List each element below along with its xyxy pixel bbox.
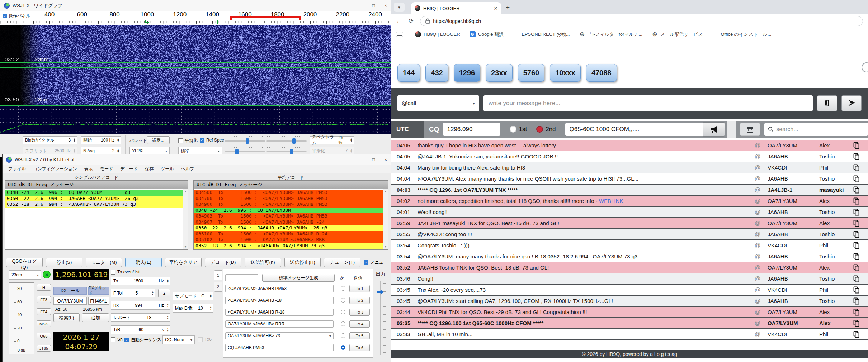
copy-icon[interactable]	[853, 309, 868, 316]
band-button-10xxx[interactable]: 10xxx	[550, 64, 581, 82]
cq-frequency-input[interactable]	[443, 123, 500, 136]
submode-spinner[interactable]: サブモードC ▲▼	[173, 292, 213, 300]
sh-checkbox[interactable]: Sh	[111, 337, 123, 342]
decode-line[interactable]: 034903 Tx 1500 : <OA7/LY3UM> JA6AHB PM53	[194, 213, 383, 219]
band-button-47088[interactable]: 47088	[586, 64, 617, 82]
minimize-icon[interactable]: —	[358, 3, 363, 8]
tx-message-field[interactable]: OA7/LY3UM <JA6AHB> RRR	[225, 320, 334, 328]
tab-close-icon[interactable]: ✕	[494, 5, 498, 11]
cq-message-input[interactable]	[565, 123, 703, 136]
decode-line[interactable]: 035100 Tx 1500 : <OA7/LY3UM> JA6AHB R-24	[194, 231, 383, 237]
dx-call-field[interactable]: OA7/LY3UM	[53, 297, 87, 305]
spin-arrows-icon[interactable]: ▲▼	[151, 291, 154, 295]
tab-2[interactable]: 2	[214, 282, 222, 292]
second-period-radio[interactable]: 2nd	[536, 126, 556, 133]
tx-next-radio[interactable]	[341, 310, 345, 314]
action-button[interactable]: 消去(E)	[125, 258, 162, 267]
maximize-icon[interactable]: □	[372, 157, 375, 162]
copy-icon[interactable]	[853, 297, 868, 305]
tx-next-radio[interactable]	[341, 321, 345, 326]
main-titlebar[interactable]: WSJT-X v2.7.0 by K1JT et al. — □ ×	[3, 154, 391, 165]
copy-icon[interactable]	[853, 186, 868, 194]
copy-icon[interactable]	[853, 286, 868, 294]
decode-line[interactable]: 034900 Tx 1500 : <OA7/LY3UM> JA6AHB PM53	[194, 201, 383, 208]
band-button-23xx[interactable]: 23xx	[486, 64, 513, 82]
tab-1[interactable]: 1	[214, 270, 222, 280]
tx-send-button[interactable]: Tx 1	[349, 285, 370, 292]
menu-checkbox[interactable]: ✓ メニュー	[364, 259, 388, 266]
action-button[interactable]: チューン(T)	[324, 258, 360, 267]
decode-line[interactable]: 0348 -24 2.6 996 : CQ OA7/LY3UM q3	[5, 190, 183, 196]
decode-line[interactable]: 034500 Tx 1500 : <OA7/LY3UM> JA6AHB PM53	[194, 190, 383, 196]
band-button-144[interactable]: 144	[397, 64, 420, 82]
generate-messages-button[interactable]: 標準メッセージ生成	[262, 274, 335, 282]
refspec-checkbox[interactable]: ✓ Ref Spec	[200, 138, 224, 143]
tx-send-button[interactable]: Tx 3	[349, 309, 370, 316]
spin-arrows-icon[interactable]: ▲▼	[166, 315, 169, 320]
menu-item[interactable]: ファイル	[5, 165, 29, 173]
copy-icon[interactable]	[853, 142, 868, 149]
new-tab-button[interactable]: +	[506, 4, 510, 11]
decode-line[interactable]: 035102 Tx 1500 : OA7/LY3UM <JA6AHB> RRR	[194, 237, 383, 243]
tx-next-radio[interactable]	[341, 298, 345, 303]
menu-item[interactable]: 表示	[81, 165, 96, 173]
cq-mode-select[interactable]: CQ: None▾	[162, 335, 195, 344]
decode-line[interactable]: 0352 -18 2.6 994 : <JA6AHB> OA7/LY3UM 73…	[194, 243, 383, 249]
copy-icon[interactable]	[853, 264, 868, 271]
close-icon[interactable]: ×	[384, 157, 387, 162]
tab-search-chevron[interactable]: ▾	[394, 3, 405, 12]
copy-icon[interactable]	[853, 242, 868, 249]
spin-arrows-icon[interactable]: ▲▼	[166, 328, 169, 332]
menu-item[interactable]: コンフィグレーション	[30, 165, 80, 173]
copy-icon[interactable]	[853, 220, 868, 227]
rx-freq-spinner[interactable]: Rx 994 Hz ▲▼	[111, 301, 170, 310]
ftol-spinner[interactable]: F Tol5 ▲▼	[111, 289, 155, 297]
action-button[interactable]: 平均をクリア	[165, 258, 202, 267]
attach-button[interactable]	[817, 95, 837, 111]
start-freq-spinner[interactable]: 開始100 Hz ▲▼	[81, 136, 121, 144]
decode-line[interactable]: 0350 -22 2.6 994 : JA6AHB <OA7/LY3UM> -2…	[194, 225, 383, 231]
bookmark-item[interactable]: HB9Q | LOGGER	[415, 31, 460, 37]
tx-message-field[interactable]: <OA7/LY3UM> JA6AHB PM53	[225, 285, 334, 292]
menu-item[interactable]: ヘルプ	[178, 165, 197, 173]
bookmark-item[interactable]: ⊕「i-フィルターforマルチ...	[579, 31, 642, 38]
first-period-radio[interactable]: 1st	[510, 126, 527, 133]
gain2-slider[interactable]	[225, 147, 265, 154]
tx-to-rx-button[interactable]: ▲	[158, 289, 170, 297]
tx-even-checkbox[interactable]: Tx even/1st	[111, 270, 140, 275]
minimize-icon[interactable]: —	[358, 157, 363, 162]
sidebar-icon[interactable]	[396, 32, 403, 37]
zero2-slider[interactable]	[266, 147, 307, 154]
action-button[interactable]: 停止(S)	[46, 258, 82, 267]
mode-button-msk[interactable]: MSK	[37, 320, 51, 327]
action-button[interactable]: モニター(M)	[86, 258, 122, 267]
tx-next-radio[interactable]	[341, 345, 345, 350]
tx-message-field[interactable]: <OA7/LY3UM> JA6AHB -18	[225, 297, 334, 304]
control-panel-checkbox[interactable]: ✓ 操作パネル	[3, 13, 30, 19]
waterfall[interactable]: 03:5223cm 03:5023cm	[0, 25, 391, 106]
mode-button-q65[interactable]: Q65	[37, 333, 51, 339]
search-input[interactable]	[776, 126, 864, 133]
decode-line[interactable]: 0352 -18 2.6 994 : <JA6AHB> OA7/LY3UM 73…	[5, 201, 183, 208]
decode-line[interactable]: 0350 -22 2.6 994 : JA6AHB <OA7/LY3UM> -2…	[5, 196, 183, 202]
dx-grid-field[interactable]: FH46AL	[88, 297, 109, 305]
menu-item[interactable]: ツール	[158, 165, 177, 173]
copy-icon[interactable]	[853, 275, 868, 282]
weblink-link[interactable]: WEBLINK	[599, 198, 623, 204]
bookmark-item[interactable]: ⊕メール配信サービス	[652, 31, 703, 38]
spin-arrows-icon[interactable]: ▲▼	[209, 306, 212, 310]
menu-item[interactable]: モード	[97, 165, 116, 173]
date-filter-button[interactable]	[740, 123, 760, 136]
decode-line[interactable]: 034700 Tx 1500 : <OA7/LY3UM> JA6AHB PM53	[194, 196, 383, 202]
tx-send-button[interactable]: Tx 4	[349, 320, 370, 328]
action-button[interactable]: QSOをログ(Q)	[6, 258, 43, 267]
bookmark-item[interactable]: GGoogle 翻訳	[470, 31, 504, 38]
scrollbar[interactable]: ▲▼	[183, 189, 188, 249]
copy-icon[interactable]	[853, 253, 868, 260]
waterfall-canvas[interactable]	[0, 25, 391, 106]
action-button[interactable]: デコード(D)	[205, 258, 241, 267]
mode-button-h[interactable]: H	[37, 284, 51, 291]
gain-slider[interactable]	[225, 136, 265, 144]
band-button-1296[interactable]: 1296	[454, 64, 481, 82]
copy-icon[interactable]	[853, 164, 868, 171]
